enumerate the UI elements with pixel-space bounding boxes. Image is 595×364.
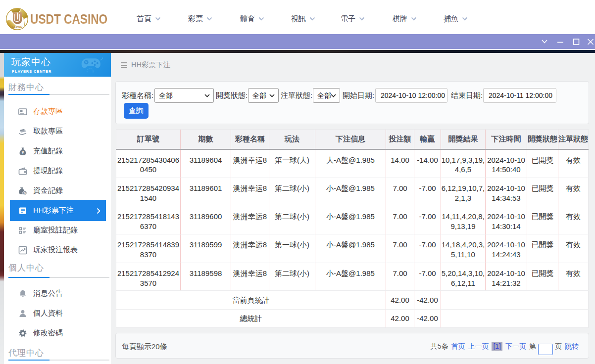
svg-text:¥: ¥ bbox=[22, 150, 24, 155]
svg-text:$: $ bbox=[24, 191, 26, 195]
svg-text:CASINO: CASINO bbox=[12, 25, 22, 28]
